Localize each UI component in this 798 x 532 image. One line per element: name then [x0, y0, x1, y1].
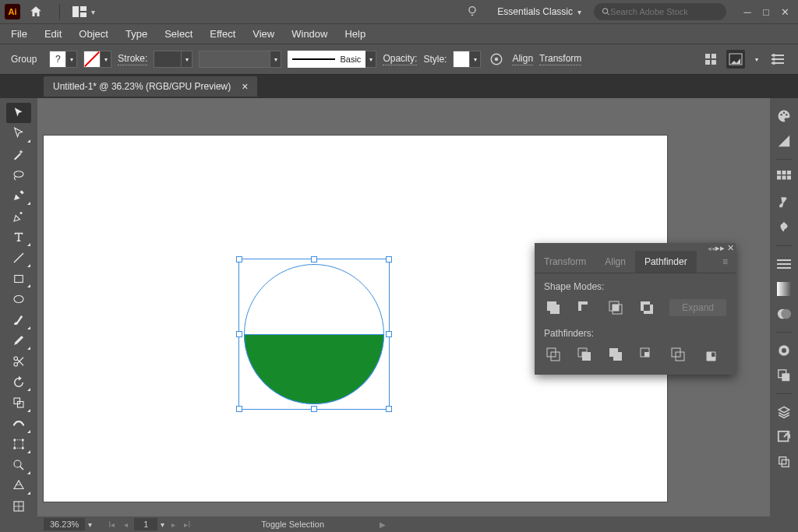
status-play-button[interactable]: ▶	[377, 519, 388, 530]
stock-search[interactable]	[594, 3, 726, 20]
arrange-documents-button[interactable]: ▾	[66, 3, 101, 20]
tab-align[interactable]: Align	[595, 251, 635, 273]
menu-select[interactable]: Select	[164, 28, 192, 40]
panel-collapse-button[interactable]: ▸▸	[715, 243, 725, 253]
layers-panel-icon[interactable]	[774, 402, 794, 422]
brush-dropdown[interactable]: ▾	[365, 51, 376, 68]
handle-bc[interactable]	[311, 406, 317, 412]
menu-type[interactable]: Type	[125, 28, 147, 40]
brush-definition[interactable]: Basic	[288, 51, 365, 68]
handle-bl[interactable]	[236, 406, 242, 412]
divide-button[interactable]	[544, 345, 563, 364]
minus-back-button[interactable]	[700, 345, 719, 364]
stroke-profile[interactable]	[199, 51, 270, 68]
mesh-tool[interactable]	[6, 496, 31, 516]
color-guide-panel-icon[interactable]	[774, 131, 794, 151]
scissors-tool[interactable]	[6, 351, 31, 372]
type-tool[interactable]	[6, 227, 31, 248]
ellipse-tool[interactable]	[6, 289, 31, 309]
stroke-swatch[interactable]	[83, 51, 101, 68]
align-label[interactable]: Align	[512, 53, 533, 65]
stroke-profile-dropdown[interactable]: ▾	[270, 51, 281, 68]
handle-ml[interactable]	[236, 331, 242, 337]
width-tool[interactable]	[6, 414, 31, 434]
menu-file[interactable]: File	[11, 28, 27, 40]
document-tab[interactable]: Untitled-1* @ 36.23% (RGB/GPU Preview) ×	[44, 76, 257, 97]
first-artboard-button[interactable]: I◂	[106, 519, 117, 530]
isolate-button[interactable]	[701, 50, 720, 69]
direct-selection-tool[interactable]	[6, 124, 31, 144]
magic-wand-tool[interactable]	[6, 144, 31, 164]
line-tool[interactable]	[6, 248, 31, 268]
menu-edit[interactable]: Edit	[44, 28, 62, 40]
handle-tr[interactable]	[386, 256, 392, 262]
free-transform-tool[interactable]	[6, 435, 31, 455]
style-dropdown[interactable]: ▾	[470, 51, 481, 68]
outline-button[interactable]	[669, 345, 687, 364]
style-swatch[interactable]	[453, 51, 470, 68]
asset-export-panel-icon[interactable]	[774, 427, 794, 447]
minus-front-button[interactable]	[575, 298, 594, 317]
symbols-panel-icon[interactable]	[774, 217, 794, 238]
fill-dropdown[interactable]: ▾	[66, 51, 77, 68]
menu-window[interactable]: Window	[291, 28, 327, 40]
unite-button[interactable]	[544, 298, 563, 317]
shape-builder-tool[interactable]	[6, 455, 31, 475]
menu-effect[interactable]: Effect	[210, 28, 235, 40]
trim-button[interactable]	[575, 345, 594, 364]
curvature-tool[interactable]	[6, 206, 31, 227]
expand-button[interactable]: Expand	[669, 299, 726, 316]
swatches-panel-icon[interactable]	[774, 167, 794, 188]
canvas[interactable]: ◂◂ ▸▸ ✕ Transform Align Pathfinder ≡ Sha…	[37, 98, 770, 516]
prev-artboard-button[interactable]: ◂	[120, 519, 131, 530]
artboard-dropdown[interactable]: ▾	[161, 520, 164, 529]
next-artboard-button[interactable]: ▸	[168, 519, 178, 530]
home-button[interactable]	[26, 2, 45, 21]
tab-close-button[interactable]: ×	[242, 80, 248, 93]
pen-tool[interactable]	[6, 185, 31, 206]
menu-view[interactable]: View	[252, 28, 274, 40]
panel-menu-button[interactable]: ≡	[715, 251, 736, 273]
close-button[interactable]: ✕	[776, 5, 793, 19]
color-panel-icon[interactable]	[774, 106, 794, 126]
selection-bounds[interactable]	[238, 259, 390, 410]
stroke-weight-dropdown[interactable]: ▾	[182, 51, 192, 68]
tab-pathfinder[interactable]: Pathfinder	[635, 251, 697, 273]
menu-object[interactable]: Object	[79, 28, 108, 40]
more-options-button[interactable]	[768, 50, 787, 69]
last-artboard-button[interactable]: ▸I	[182, 519, 192, 530]
stroke-weight-input[interactable]	[154, 51, 182, 68]
zoom-level[interactable]: 36.23%	[44, 518, 85, 530]
stroke-panel-icon[interactable]	[774, 254, 794, 274]
transparency-panel-icon[interactable]	[774, 304, 794, 324]
rectangle-tool[interactable]	[6, 269, 31, 289]
artboards-panel-icon[interactable]	[774, 452, 794, 472]
paintbrush-tool[interactable]	[6, 310, 31, 330]
rotate-tool[interactable]	[6, 372, 31, 393]
pathfinder-panel[interactable]: ◂◂ ▸▸ ✕ Transform Align Pathfinder ≡ Sha…	[535, 243, 736, 375]
opacity-label[interactable]: Opacity:	[383, 53, 417, 65]
brushes-panel-icon[interactable]	[774, 192, 794, 213]
intersect-button[interactable]	[606, 298, 625, 317]
fill-swatch[interactable]: ?	[49, 51, 66, 68]
recolor-button[interactable]	[487, 50, 506, 69]
zoom-dropdown[interactable]: ▾	[88, 520, 92, 529]
handle-tc[interactable]	[311, 256, 317, 262]
exclude-button[interactable]	[637, 298, 656, 317]
handle-tl[interactable]	[236, 256, 242, 262]
minimize-button[interactable]: ─	[739, 5, 756, 19]
appearance-panel-icon[interactable]	[774, 340, 794, 361]
crop-button[interactable]	[637, 345, 656, 364]
workspace-switcher[interactable]: Essentials Classic ▾	[489, 3, 589, 20]
menu-help[interactable]: Help	[344, 28, 365, 40]
handle-br[interactable]	[386, 406, 392, 412]
panel-grip-icon[interactable]: ◂◂	[708, 245, 715, 252]
discover-button[interactable]	[460, 2, 485, 23]
scale-tool[interactable]	[6, 393, 31, 413]
artboard-number[interactable]: 1	[134, 518, 157, 530]
edit-contents-button[interactable]	[726, 50, 745, 69]
selection-tool[interactable]	[6, 103, 31, 123]
handle-mr[interactable]	[386, 331, 392, 337]
edit-dropdown[interactable]: ▾	[751, 51, 762, 68]
maximize-button[interactable]: □	[757, 5, 775, 19]
